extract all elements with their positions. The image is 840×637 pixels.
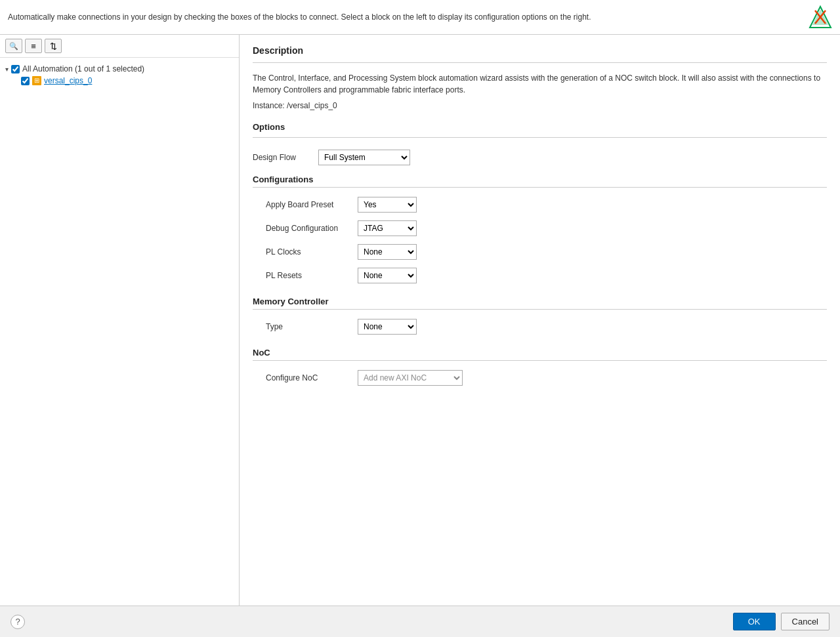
tree-root-label: All Automation (1 out of 1 selected) (22, 64, 144, 73)
debug-configuration-select[interactable]: JTAG None Custom (358, 220, 417, 236)
right-panel: Description The Control, Interface, and … (240, 35, 840, 606)
apply-board-preset-select[interactable]: Yes No (358, 197, 417, 213)
tree-root-item[interactable]: ▾ All Automation (1 out of 1 selected) (3, 63, 236, 75)
apply-board-preset-row: Apply Board Preset Yes No (253, 194, 827, 215)
bottom-bar: ? OK Cancel (0, 606, 840, 637)
bottom-buttons: OK Cancel (733, 613, 830, 630)
memory-type-row: Type None DDR4 DDR5 (253, 316, 827, 337)
child-checkbox[interactable] (21, 77, 30, 85)
apply-board-preset-label: Apply Board Preset (253, 200, 358, 209)
tree-child-label: versal_cips_0 (44, 76, 92, 85)
memory-divider (253, 309, 827, 310)
debug-configuration-label: Debug Configuration (253, 224, 358, 233)
design-flow-label: Design Flow (253, 153, 318, 162)
pl-resets-row: PL Resets None 1 2 4 (253, 265, 827, 286)
noc-section: NoC Configure NoC Add new AXI NoC None E… (253, 348, 827, 388)
pl-clocks-label: PL Clocks (253, 247, 358, 257)
top-bar-description: Automatically make connections in your d… (8, 12, 808, 22)
options-title: Options (253, 122, 827, 132)
top-bar: Automatically make connections in your d… (0, 0, 840, 35)
instance-text: Instance: /versal_cips_0 (253, 100, 827, 112)
expand-icon: ⇅ (50, 41, 57, 51)
main-content: 🔍 ≡ ⇅ ▾ All Automation (1 out of 1 selec… (0, 35, 840, 606)
left-toolbar: 🔍 ≡ ⇅ (0, 35, 239, 58)
memory-controller-section: Memory Controller Type None DDR4 DDR5 (253, 297, 827, 337)
pl-resets-label: PL Resets (253, 271, 358, 280)
search-button[interactable]: 🔍 (5, 39, 22, 53)
tree-area: ▾ All Automation (1 out of 1 selected) ⊞… (0, 58, 239, 606)
collapse-button[interactable]: ≡ (25, 39, 42, 53)
noc-divider (253, 360, 827, 361)
description-divider (253, 62, 827, 63)
pl-clocks-select[interactable]: None 1 2 4 (358, 244, 417, 260)
left-panel: 🔍 ≡ ⇅ ▾ All Automation (1 out of 1 selec… (0, 35, 240, 606)
tree-child-item[interactable]: ⊞ versal_cips_0 (18, 75, 236, 87)
help-icon: ? (15, 617, 20, 627)
configurations-divider (253, 187, 827, 188)
search-icon: 🔍 (9, 42, 18, 51)
memory-type-select[interactable]: None DDR4 DDR5 (358, 319, 417, 335)
xilinx-logo (808, 5, 832, 29)
options-section: Options Design Flow Full System PL Only … (253, 122, 827, 168)
memory-controller-title: Memory Controller (253, 297, 827, 306)
ok-button[interactable]: OK (733, 613, 776, 630)
design-flow-row: Design Flow Full System PL Only PS Only (253, 147, 827, 168)
memory-type-label: Type (253, 322, 358, 331)
description-text: The Control, Interface, and Processing S… (253, 72, 827, 96)
configure-noc-row: Configure NoC Add new AXI NoC None Exist… (253, 367, 827, 388)
expand-button[interactable]: ⇅ (45, 39, 62, 53)
debug-configuration-row: Debug Configuration JTAG None Custom (253, 218, 827, 239)
help-button[interactable]: ? (10, 615, 25, 629)
collapse-icon: ≡ (31, 41, 36, 51)
configurations-title: Configurations (253, 175, 827, 184)
design-flow-select[interactable]: Full System PL Only PS Only (318, 150, 410, 165)
noc-title: NoC (253, 348, 827, 358)
description-title: Description (253, 45, 827, 56)
pl-resets-select[interactable]: None 1 2 4 (358, 268, 417, 283)
chevron-down-icon: ▾ (5, 66, 9, 73)
configurations-section: Configurations Apply Board Preset Yes No… (253, 175, 827, 286)
root-checkbox[interactable] (11, 65, 20, 73)
block-icon: ⊞ (32, 76, 41, 85)
configure-noc-select[interactable]: Add new AXI NoC None Existing (358, 370, 463, 386)
cancel-button[interactable]: Cancel (781, 613, 830, 630)
options-divider (253, 137, 827, 138)
configure-noc-label: Configure NoC (253, 373, 358, 382)
pl-clocks-row: PL Clocks None 1 2 4 (253, 241, 827, 262)
